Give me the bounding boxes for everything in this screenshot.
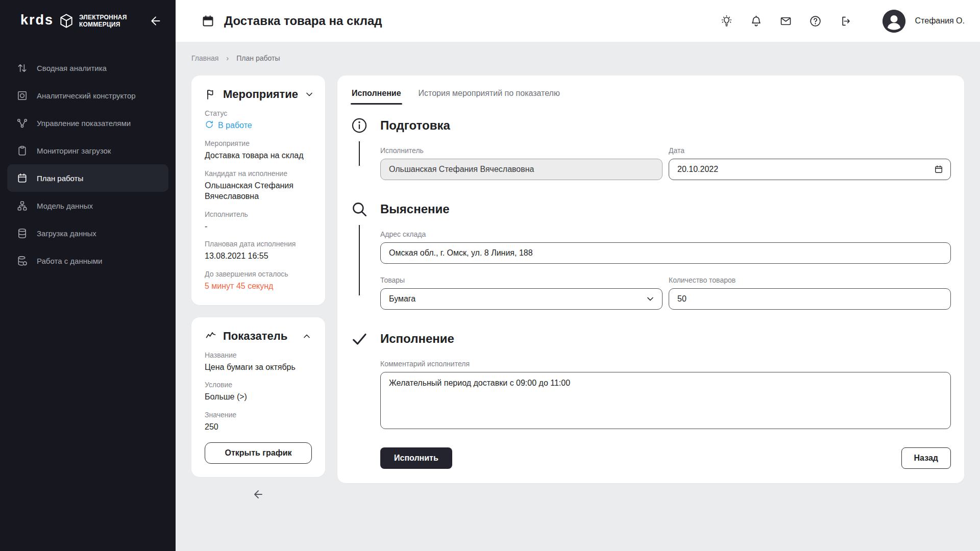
sidebar-item-summary-analytics[interactable]: Сводная аналитика [7,54,168,82]
breadcrumb-separator: › [226,54,229,62]
event-card-collapse-button[interactable] [304,89,314,99]
condition-label: Условие [205,381,312,389]
back-arrow-button[interactable] [252,488,264,500]
sidebar-item-label: Мониторинг загрузок [37,146,111,155]
left-column: Мероприятие Статус [191,76,325,500]
sidebar-collapse-button[interactable] [149,14,162,28]
open-chart-button[interactable]: Открыть график [205,442,312,464]
brand-name: krds [20,13,54,29]
date-input[interactable] [669,159,951,180]
status-value: В работе [218,121,252,130]
help-button[interactable] [809,15,822,28]
database-icon [16,228,28,239]
section-rail [351,201,368,310]
sidebar-item-indicator-management[interactable]: Управление показателями [7,109,168,137]
value-label: Значение [205,411,312,419]
executor-comment-textarea[interactable]: Желательный период доставки с 09:00 до 1… [380,372,951,429]
section-execution-title: Исполнение [380,330,951,347]
brand-caption-line2: КОММЕРЦИЯ [79,21,127,29]
back-button[interactable]: Назад [901,447,951,469]
content-area: Главная › План работы Мероприятие [176,42,980,551]
sidebar-item-load-monitoring[interactable]: Мониторинг загрузок [7,137,168,164]
goods-select[interactable] [380,288,663,310]
sidebar-item-data-loading[interactable]: Загрузка данных [7,219,168,247]
event-value: Доставка товара на склад [205,150,312,161]
sidebar-item-work-plan[interactable]: План работы [7,164,168,192]
bell-icon [750,21,763,29]
indicator-name-field: Название Цена бумаги за октябрь [205,351,312,373]
execute-button[interactable]: Исполнить [380,447,452,469]
chart-line-icon [205,330,217,342]
event-field: Мероприятие Доставка товара на склад [205,139,312,161]
sidebar-item-data-model[interactable]: Модель данных [7,192,168,219]
breadcrumb-home[interactable]: Главная [191,54,218,62]
indicator-name-value: Цена бумаги за октябрь [205,362,312,373]
search-icon [351,201,368,218]
event-label: Мероприятие [205,139,312,147]
condition-field: Условие Больше (>) [205,381,312,403]
status-label: Статус [205,109,312,117]
form-actions: Исполнить Назад [380,447,951,469]
flag-icon [205,88,217,101]
warehouse-address-input[interactable] [380,242,951,264]
user-menu[interactable]: Стефания О. [883,10,965,33]
notifications-button[interactable] [750,15,763,28]
value-number: 250 [205,421,312,433]
frame-circle-icon [16,90,28,102]
remaining-field: До завершения осталось 5 минут 45 секунд [205,270,312,292]
quantity-input-label: Количество товаров [669,276,951,284]
comment-input-label: Комментарий исполнителя [380,360,951,368]
sidebar-item-label: Загрузка данных [37,229,96,238]
executor-field: Исполнитель - [205,210,312,232]
tab-history[interactable]: История мероприятий по показателю [418,85,561,105]
section-preparation: Подготовка Исполнитель Дата [351,117,951,180]
date-input-label: Дата [669,146,951,155]
planned-date-label: Плановая дата исполнения [205,240,312,248]
clipboard-icon [16,145,28,157]
calendar-icon [16,172,28,184]
indicator-card: Показатель Название Цена бумаги за октяб… [191,317,325,478]
arrow-left-icon [252,494,264,502]
main-area: Доставка товара на склад [176,0,980,551]
sidebar-item-analytic-constructor[interactable]: Аналитический конструктор [7,82,168,109]
breadcrumb-current: План работы [236,54,280,62]
status-badge: В работе [205,120,312,131]
sidebar-nav: Сводная аналитика Аналитический конструк… [0,42,176,274]
sidebar-item-label: План работы [37,174,83,183]
in-progress-icon [205,120,214,131]
idea-button[interactable] [720,15,733,28]
section-clarification-title: Выяснение [380,201,951,218]
executor-input[interactable] [380,159,663,180]
executor-input-label: Исполнитель [380,146,663,155]
header-actions: Стефания О. [720,10,965,33]
indicator-card-title: Показатель [223,330,287,343]
page-title: Доставка товара на склад [224,14,382,28]
breadcrumb: Главная › План работы [191,54,964,62]
top-header: Доставка товара на склад [176,0,980,42]
page-layout: Мероприятие Статус [191,76,964,500]
brand-logo: krds ЭЛЕКТРОННАЯ КОММЕРЦИЯ [20,13,127,29]
executor-label: Исполнитель [205,210,312,218]
sidebar-header: krds ЭЛЕКТРОННАЯ КОММЕРЦИЯ [0,0,176,42]
sidebar-item-label: Сводная аналитика [37,64,107,72]
avatar [883,10,905,33]
sidebar-item-label: Управление показателями [37,119,131,128]
sidebar-item-data-work[interactable]: Работа с данными [7,247,168,274]
tab-execution[interactable]: Исполнение [351,85,402,105]
candidate-value: Ольшанская Стефания Вячеславовна [205,180,312,202]
brand-caption: ЭЛЕКТРОННАЯ КОММЕРЦИЯ [79,13,127,28]
logout-button[interactable] [839,15,851,28]
cube-logo-icon [58,13,75,29]
executor-value: - [205,221,312,232]
status-field: Статус В работе [205,109,312,131]
section-connector-line [359,225,360,295]
section-rail [351,330,368,469]
messages-button[interactable] [779,15,792,28]
indicator-card-collapse-button[interactable] [302,331,312,341]
event-card: Мероприятие Статус [191,76,325,305]
hierarchy-icon [16,200,28,212]
quantity-input[interactable] [669,288,951,310]
sidebar-item-label: Работа с данными [37,257,102,265]
event-card-title: Мероприятие [223,88,298,101]
calendar-title-icon [201,14,215,28]
